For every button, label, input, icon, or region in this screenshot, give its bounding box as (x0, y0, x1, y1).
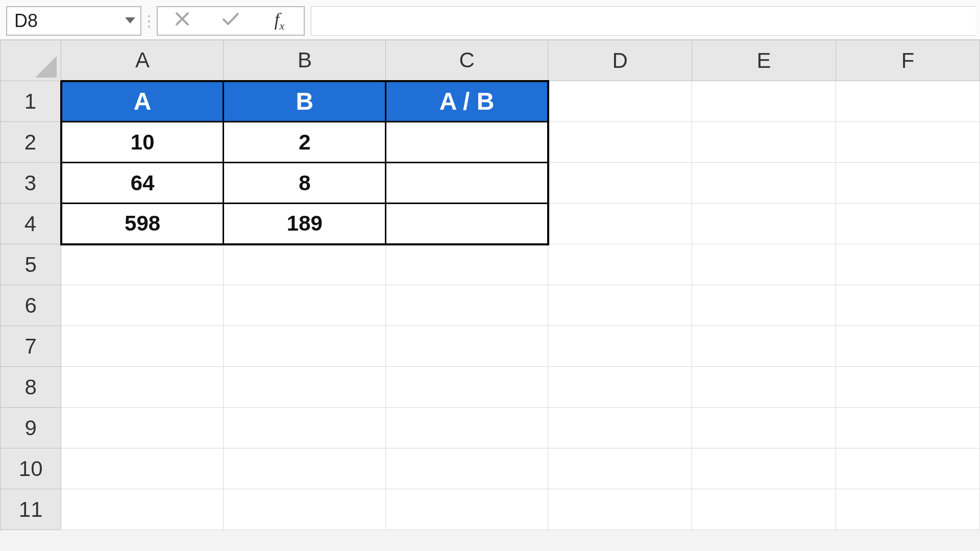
cell[interactable] (224, 448, 386, 489)
cell[interactable] (224, 367, 386, 408)
cell[interactable] (836, 81, 980, 122)
cell[interactable] (692, 244, 836, 285)
cell[interactable] (692, 163, 836, 204)
cell[interactable]: 2 (224, 122, 386, 163)
cell[interactable] (836, 326, 980, 367)
cell[interactable] (386, 244, 548, 285)
cell[interactable] (836, 489, 980, 530)
cell[interactable]: B (224, 81, 386, 122)
cell[interactable] (836, 244, 980, 285)
cell[interactable] (692, 204, 836, 244)
cell[interactable] (548, 163, 692, 204)
insert-function-button[interactable]: fx (264, 9, 295, 33)
cell[interactable] (224, 408, 386, 448)
cell[interactable] (836, 367, 980, 408)
column-header[interactable]: E (692, 40, 836, 81)
cell[interactable] (548, 81, 692, 122)
cell[interactable] (61, 244, 224, 285)
column-header[interactable]: B (224, 40, 386, 81)
table-row: 6 (1, 285, 980, 326)
cell[interactable] (836, 122, 980, 163)
row-header[interactable]: 7 (1, 326, 61, 367)
cell[interactable] (224, 326, 386, 367)
cell[interactable] (548, 367, 692, 408)
row-header[interactable]: 10 (1, 448, 61, 489)
check-icon (222, 11, 239, 27)
name-box[interactable]: D8 (6, 6, 141, 36)
column-header[interactable]: D (548, 40, 692, 81)
cancel-button[interactable] (167, 11, 198, 31)
row-header[interactable]: 6 (1, 285, 61, 326)
cell[interactable] (692, 285, 836, 326)
formula-bar: D8 ⋮ fx (0, 0, 980, 40)
cell[interactable] (836, 448, 980, 489)
row-header[interactable]: 11 (1, 489, 61, 530)
column-header[interactable]: C (386, 40, 548, 81)
cell[interactable] (548, 448, 692, 489)
cell[interactable] (548, 285, 692, 326)
cell[interactable] (692, 367, 836, 408)
cell[interactable]: 598 (61, 204, 224, 244)
formula-input[interactable] (311, 6, 976, 36)
cell[interactable] (386, 163, 548, 204)
column-header[interactable]: F (836, 40, 980, 81)
cell[interactable] (386, 204, 548, 244)
table-row: 8 (1, 367, 980, 408)
cell[interactable] (224, 285, 386, 326)
cell[interactable] (61, 448, 224, 489)
cell[interactable] (692, 448, 836, 489)
cell[interactable] (548, 122, 692, 163)
cell[interactable] (61, 367, 224, 408)
cell[interactable] (692, 122, 836, 163)
cell[interactable] (548, 489, 692, 530)
cell[interactable] (386, 122, 548, 163)
svg-marker-3 (35, 56, 57, 78)
cell[interactable] (836, 285, 980, 326)
cell[interactable] (548, 326, 692, 367)
triangle-icon (31, 52, 57, 78)
cell[interactable] (386, 448, 548, 489)
chevron-down-icon[interactable] (122, 15, 138, 27)
cell[interactable]: 8 (224, 163, 386, 204)
cell[interactable] (61, 326, 224, 367)
cell[interactable] (61, 408, 224, 448)
cell[interactable] (386, 489, 548, 530)
cell[interactable] (692, 326, 836, 367)
select-all-corner[interactable] (1, 40, 61, 81)
cell[interactable]: 10 (61, 122, 224, 163)
cell[interactable] (836, 163, 980, 204)
row-header[interactable]: 3 (1, 163, 61, 204)
cell[interactable]: A / B (386, 81, 548, 122)
cell[interactable] (386, 367, 548, 408)
column-header[interactable]: A (61, 40, 224, 81)
cell[interactable]: 189 (224, 204, 386, 244)
cell[interactable] (548, 408, 692, 448)
cell[interactable] (386, 408, 548, 448)
row-header[interactable]: 1 (1, 81, 61, 122)
row-header[interactable]: 5 (1, 244, 61, 285)
spreadsheet-grid[interactable]: A B C D E F 1 A B A / B 2 10 2 (0, 40, 980, 530)
row-header[interactable]: 9 (1, 408, 61, 448)
cell[interactable] (836, 204, 980, 244)
cell[interactable] (692, 81, 836, 122)
cell[interactable] (692, 408, 836, 448)
cell[interactable]: A (61, 81, 224, 122)
cell[interactable]: 64 (61, 163, 224, 204)
cell[interactable] (386, 326, 548, 367)
cell[interactable] (61, 489, 224, 530)
table-row: 1 A B A / B (1, 81, 980, 122)
cell[interactable] (836, 408, 980, 448)
row-header[interactable]: 8 (1, 367, 61, 408)
cell[interactable] (61, 285, 224, 326)
formula-buttons: fx (157, 6, 305, 36)
cell[interactable] (224, 244, 386, 285)
cell[interactable] (548, 244, 692, 285)
enter-button[interactable] (215, 11, 246, 31)
table-row: 10 (1, 448, 980, 489)
cell[interactable] (548, 204, 692, 244)
cell[interactable] (692, 489, 836, 530)
cell[interactable] (386, 285, 548, 326)
row-header[interactable]: 2 (1, 122, 61, 163)
cell[interactable] (224, 489, 386, 530)
row-header[interactable]: 4 (1, 204, 61, 244)
